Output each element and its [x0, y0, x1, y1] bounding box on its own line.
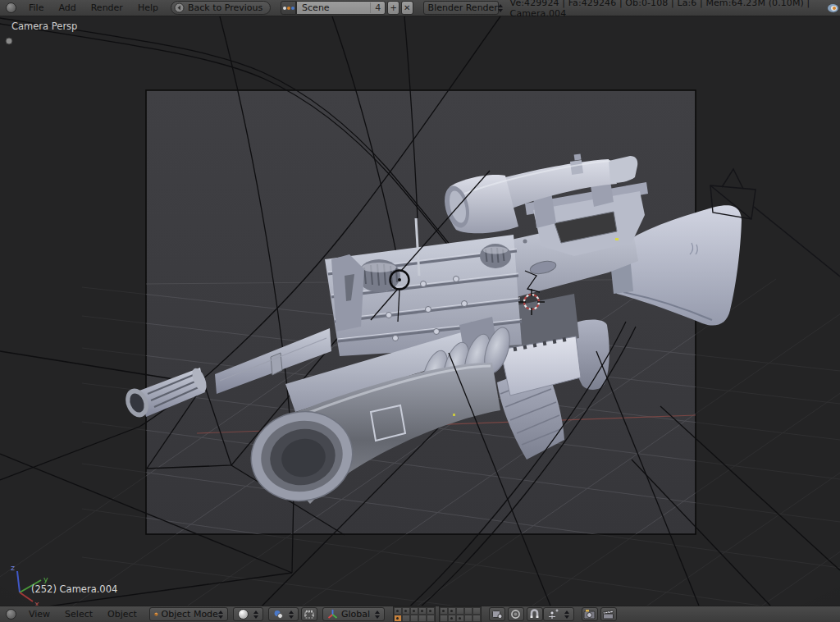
opengl-render-anim-button[interactable] [600, 607, 617, 621]
render-camera-icon [583, 609, 596, 620]
gizmo-z-label: z [11, 563, 15, 572]
proportional-circle-icon [510, 609, 521, 620]
clapperboard-icon [602, 609, 614, 620]
viewport-shading-dropdown[interactable] [233, 607, 263, 621]
layer-cell[interactable] [440, 615, 448, 622]
layer-cell[interactable] [427, 615, 435, 622]
layer-cell[interactable] [472, 615, 481, 622]
viewport-3d[interactable]: Camera Persp (252) Camera.004 z y x [0, 16, 840, 606]
layer-cell[interactable] [448, 607, 456, 615]
scene-add-button[interactable]: + [387, 1, 399, 15]
dropdown-arrows-icon [498, 4, 503, 12]
dropdown-arrows-icon [253, 611, 258, 619]
viewport-header: View Select Object Object Mode [0, 606, 840, 622]
layer-cell[interactable] [456, 615, 464, 622]
dropdown-arrows-icon [289, 611, 294, 619]
viewport-canvas[interactable] [0, 16, 840, 606]
layers-group-2[interactable] [439, 606, 482, 622]
layer-cell[interactable] [464, 607, 472, 615]
layer-cell[interactable] [464, 615, 472, 622]
back-arrow-icon [174, 2, 185, 13]
editor-type-button[interactable] [6, 609, 16, 620]
pivot-point-dropdown[interactable] [268, 607, 299, 621]
view-name-label: Camera Persp [11, 21, 77, 32]
blender-window: { "top_header": { "menus": ["File", "Add… [0, 0, 840, 622]
dropdown-arrows-icon [218, 611, 223, 619]
scene-datablock-icon[interactable] [281, 1, 296, 15]
proportional-edit-button[interactable] [508, 607, 524, 621]
active-object-label: (252) Camera.004 [31, 583, 117, 595]
layer-cell[interactable] [394, 607, 402, 615]
snap-toggle-button[interactable] [527, 607, 543, 621]
gizmo-y-label: y [43, 574, 48, 583]
menu-file[interactable]: File [21, 2, 51, 13]
layer-cell[interactable] [394, 615, 402, 622]
scene-statistics: Ve:429924 | Fa:429246 | Ob:0-108 | La:6 … [510, 0, 813, 19]
layer-cell[interactable] [448, 615, 456, 622]
shading-sphere-icon [238, 609, 249, 620]
render-engine-dropdown[interactable]: Blender Render [423, 1, 499, 15]
layer-cell[interactable] [410, 615, 418, 622]
layer-cell[interactable] [402, 607, 410, 615]
layer-cell[interactable] [472, 607, 481, 615]
origin-tick [453, 414, 455, 416]
magnet-icon [529, 609, 540, 620]
menu-add[interactable]: Add [51, 2, 83, 13]
opengl-render-still-button[interactable] [582, 607, 598, 621]
scene-user-count[interactable]: 4 [370, 2, 385, 13]
axis-tripod-icon [327, 609, 338, 620]
manipulate-center-points-button[interactable] [301, 607, 317, 621]
back-to-previous-button[interactable]: Back to Previous [171, 1, 271, 15]
lock-to-scene-button[interactable] [489, 607, 505, 621]
menu-help[interactable]: Help [130, 2, 166, 13]
object-mode-cube-icon [154, 609, 158, 620]
manipulator-widget[interactable] [6, 38, 12, 44]
layer-cell[interactable] [418, 615, 427, 622]
snap-increment-icon [548, 609, 559, 620]
menu-view[interactable]: View [21, 609, 57, 620]
scene-name-field[interactable]: Scene 4 [296, 1, 386, 15]
editor-type-button[interactable] [6, 2, 16, 13]
layer-cell[interactable] [456, 607, 464, 615]
gizmo-x-label: x [34, 599, 39, 606]
layer-cell[interactable] [440, 607, 448, 615]
layer-cell[interactable] [402, 615, 410, 622]
origin-tick [615, 238, 619, 240]
layer-cell[interactable] [418, 607, 427, 615]
transform-orientation-dropdown[interactable]: Global [322, 607, 385, 621]
menu-select[interactable]: Select [57, 609, 100, 620]
snap-element-dropdown[interactable] [543, 607, 574, 621]
dropdown-arrows-icon [375, 611, 380, 619]
center-points-icon [304, 610, 315, 620]
layers-group-1[interactable] [393, 606, 436, 622]
dropdown-arrows-icon [564, 611, 569, 619]
pivot-icon [273, 610, 284, 620]
info-header: File Add Render Help Back to Previous Sc… [0, 0, 840, 16]
scene-unlink-button[interactable]: ✕ [401, 1, 413, 15]
layer-cell[interactable] [427, 607, 435, 615]
menu-object[interactable]: Object [100, 609, 144, 620]
blender-logo-icon [828, 2, 840, 13]
layer-cell[interactable] [410, 607, 418, 615]
scene-lock-icon [491, 609, 503, 620]
menu-render[interactable]: Render [84, 2, 130, 13]
mode-dropdown[interactable]: Object Mode [149, 607, 228, 621]
